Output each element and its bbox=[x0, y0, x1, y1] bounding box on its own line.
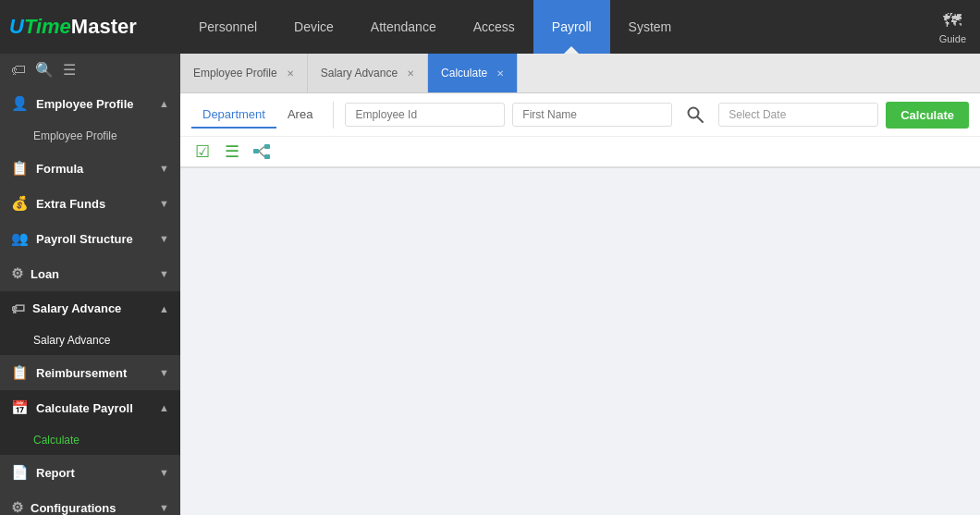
nav-payroll[interactable]: Payroll bbox=[533, 0, 610, 54]
filter-tab-department[interactable]: Department bbox=[191, 102, 276, 129]
filter-tab-area[interactable]: Area bbox=[276, 102, 324, 129]
sidebar-group-report[interactable]: 📄 Report ▼ bbox=[0, 455, 180, 490]
tree-icon[interactable] bbox=[251, 141, 273, 163]
tab-salary-advance[interactable]: Salary Advance ✕ bbox=[308, 54, 428, 92]
sidebar-section-configurations: ⚙ Configurations ▼ bbox=[0, 490, 180, 515]
logo-time: Time bbox=[24, 15, 71, 39]
first-name-input[interactable] bbox=[522, 108, 662, 121]
sidebar-section-formula: 📋 Formula ▼ bbox=[0, 151, 180, 186]
salary-advance-icon: 🏷 bbox=[11, 300, 25, 316]
sidebar-group-configurations[interactable]: ⚙ Configurations ▼ bbox=[0, 490, 180, 515]
sidebar-section-salary-advance: 🏷 Salary Advance ▲ Salary Advance bbox=[0, 291, 180, 355]
sidebar-menu-icon[interactable]: ☰ bbox=[63, 61, 76, 79]
guide-button[interactable]: 🗺 Guide bbox=[925, 10, 980, 44]
employee-id-field bbox=[345, 103, 505, 127]
sidebar-group-payroll-structure[interactable]: 👥 Payroll Structure ▼ bbox=[0, 221, 180, 256]
filter-search-row: Department Area bbox=[180, 93, 980, 136]
sidebar: 🏷 🔍 ☰ 👤 Employee Profile ▲ Employee Prof… bbox=[0, 54, 180, 515]
toolbar-row: ☑ ☰ bbox=[180, 136, 980, 167]
svg-line-6 bbox=[259, 152, 264, 157]
content-header: Department Area bbox=[180, 93, 980, 168]
sidebar-section-loan: ⚙ Loan ▼ bbox=[0, 256, 180, 291]
nav-system[interactable]: System bbox=[610, 0, 691, 54]
nav-access[interactable]: Access bbox=[455, 0, 533, 54]
sidebar-item-salary-advance-sub[interactable]: Salary Advance bbox=[0, 325, 180, 355]
search-button[interactable] bbox=[680, 99, 711, 130]
sidebar-item-employee-profile-sub[interactable]: Employee Profile bbox=[0, 121, 180, 151]
sidebar-group-salary-advance-label: Salary Advance bbox=[32, 301, 121, 315]
employee-profile-icon: 👤 bbox=[11, 95, 29, 112]
sidebar-group-salary-advance[interactable]: 🏷 Salary Advance ▲ bbox=[0, 291, 180, 325]
tab-salary-advance-label: Salary Advance bbox=[321, 67, 398, 80]
nav-device[interactable]: Device bbox=[276, 0, 352, 54]
chevron-down-icon-reimbursement: ▼ bbox=[159, 367, 169, 378]
logo: UTime Master bbox=[0, 15, 180, 39]
sidebar-group-formula-label: Formula bbox=[36, 162, 83, 176]
chevron-up-icon-calculate-payroll: ▲ bbox=[159, 402, 169, 413]
sidebar-section-payroll-structure: 👥 Payroll Structure ▼ bbox=[0, 221, 180, 256]
configurations-icon: ⚙ bbox=[11, 499, 23, 515]
svg-line-5 bbox=[259, 147, 264, 152]
check-icon[interactable]: ☑ bbox=[191, 141, 214, 163]
tab-employee-profile-close[interactable]: ✕ bbox=[287, 68, 294, 79]
employee-id-input[interactable] bbox=[355, 108, 495, 121]
date-field[interactable]: Select Date bbox=[718, 103, 878, 127]
sidebar-section-report: 📄 Report ▼ bbox=[0, 455, 180, 490]
calculate-payroll-icon: 📅 bbox=[11, 399, 29, 416]
calculate-button[interactable]: Calculate bbox=[886, 102, 969, 129]
tab-employee-profile-label: Employee Profile bbox=[193, 67, 277, 80]
chevron-down-icon-formula: ▼ bbox=[159, 163, 169, 174]
chevron-down-icon-configurations: ▼ bbox=[159, 502, 169, 513]
chevron-up-icon: ▲ bbox=[159, 98, 169, 109]
sidebar-group-reimbursement[interactable]: 📋 Reimbursement ▼ bbox=[0, 355, 180, 390]
sidebar-group-calculate-payroll[interactable]: 📅 Calculate Payroll ▲ bbox=[0, 390, 180, 425]
tab-employee-profile[interactable]: Employee Profile ✕ bbox=[180, 54, 308, 92]
sidebar-section-calculate-payroll: 📅 Calculate Payroll ▲ Calculate bbox=[0, 390, 180, 455]
tab-salary-advance-close[interactable]: ✕ bbox=[407, 68, 414, 79]
chevron-down-icon-payroll-structure: ▼ bbox=[159, 233, 169, 244]
sidebar-group-employee-profile[interactable]: 👤 Employee Profile ▲ bbox=[0, 86, 180, 121]
sidebar-top-icons: 🏷 🔍 ☰ bbox=[0, 54, 180, 86]
svg-line-1 bbox=[698, 117, 704, 123]
svg-rect-2 bbox=[253, 149, 259, 153]
list-icon[interactable]: ☰ bbox=[221, 141, 243, 163]
formula-icon: 📋 bbox=[11, 160, 29, 177]
sidebar-section-reimbursement: 📋 Reimbursement ▼ bbox=[0, 355, 180, 390]
sidebar-search-icon[interactable]: 🔍 bbox=[35, 61, 54, 79]
sidebar-group-formula[interactable]: 📋 Formula ▼ bbox=[0, 151, 180, 186]
sidebar-group-reimbursement-label: Reimbursement bbox=[36, 366, 127, 380]
sidebar-group-employee-profile-label: Employee Profile bbox=[36, 97, 133, 111]
first-name-field bbox=[512, 103, 672, 127]
nav-personnel[interactable]: Personnel bbox=[180, 0, 276, 54]
sidebar-group-report-label: Report bbox=[36, 466, 75, 480]
payroll-structure-icon: 👥 bbox=[11, 230, 29, 247]
sidebar-group-extra-funds[interactable]: 💰 Extra Funds ▼ bbox=[0, 186, 180, 221]
empty-content bbox=[180, 168, 980, 515]
report-icon: 📄 bbox=[11, 464, 29, 481]
toolbar-icons: ☑ ☰ bbox=[191, 141, 273, 163]
sidebar-item-calculate-sub[interactable]: Calculate bbox=[0, 425, 180, 455]
tab-calculate-close[interactable]: ✕ bbox=[496, 68, 504, 79]
tabs-bar: Employee Profile ✕ Salary Advance ✕ Calc… bbox=[180, 54, 980, 93]
top-navigation: UTime Master Personnel Device Attendance… bbox=[0, 0, 980, 54]
reimbursement-icon: 📋 bbox=[11, 364, 29, 381]
main-layout: 🏷 🔍 ☰ 👤 Employee Profile ▲ Employee Prof… bbox=[0, 54, 980, 515]
chevron-down-icon-report: ▼ bbox=[159, 467, 169, 478]
sidebar-group-loan[interactable]: ⚙ Loan ▼ bbox=[0, 256, 180, 291]
tab-calculate[interactable]: Calculate ✕ bbox=[428, 54, 518, 92]
nav-items: Personnel Device Attendance Access Payro… bbox=[180, 0, 925, 54]
sidebar-section-employee-profile: 👤 Employee Profile ▲ Employee Profile bbox=[0, 86, 180, 151]
loan-icon: ⚙ bbox=[11, 265, 23, 282]
sidebar-group-loan-label: Loan bbox=[31, 267, 59, 281]
nav-attendance[interactable]: Attendance bbox=[352, 0, 455, 54]
sidebar-group-payroll-structure-label: Payroll Structure bbox=[36, 232, 133, 246]
filter-tabs: Department Area bbox=[191, 102, 334, 129]
svg-rect-3 bbox=[264, 144, 270, 149]
tag-icon[interactable]: 🏷 bbox=[11, 62, 26, 79]
svg-rect-4 bbox=[264, 154, 270, 159]
sidebar-section-extra-funds: 💰 Extra Funds ▼ bbox=[0, 186, 180, 221]
chevron-down-icon-loan: ▼ bbox=[159, 268, 169, 279]
date-placeholder: Select Date bbox=[729, 108, 786, 121]
sidebar-group-configurations-label: Configurations bbox=[31, 501, 116, 515]
content-area: Employee Profile ✕ Salary Advance ✕ Calc… bbox=[180, 54, 980, 515]
